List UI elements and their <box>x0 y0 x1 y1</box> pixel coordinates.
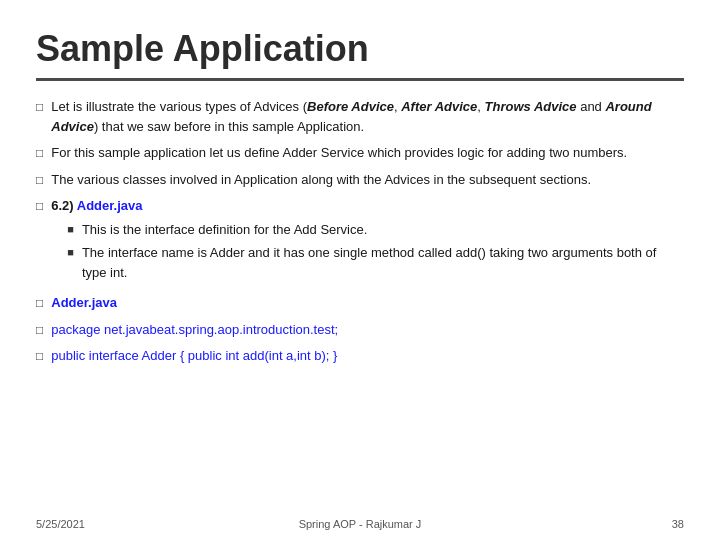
sub-bullet-item: ■ This is the interface definition for t… <box>67 220 684 240</box>
footer-center: Spring AOP - Rajkumar J <box>299 518 422 530</box>
bullet-text: public interface Adder { public int add(… <box>51 346 684 366</box>
bullet-icon: □ <box>36 171 43 189</box>
footer-left: 5/25/2021 <box>36 518 85 530</box>
bullet-icon: □ <box>36 98 43 116</box>
bullet-text: 6.2) Adder.java ■ This is the interface … <box>51 196 684 286</box>
slide-title: Sample Application <box>36 28 684 70</box>
bullet-item: □ Let is illustrate the various types of… <box>36 97 684 136</box>
bullet-item: □ Adder.java <box>36 293 684 313</box>
bullet-text: Adder.java <box>51 293 684 313</box>
bullet-item: □ The various classes involved in Applic… <box>36 170 684 190</box>
bullet-item: □ For this sample application let us def… <box>36 143 684 163</box>
sub-bullet-icon: ■ <box>67 244 74 261</box>
content-area: □ Let is illustrate the various types of… <box>36 97 684 366</box>
bullet-icon: □ <box>36 294 43 312</box>
footer-right: 38 <box>672 518 684 530</box>
sub-bullet-item: ■ The interface name is Adder and it has… <box>67 243 684 282</box>
sub-bullets: ■ This is the interface definition for t… <box>51 220 684 283</box>
bullet-item: □ public interface Adder { public int ad… <box>36 346 684 366</box>
bullet-item: □ 6.2) Adder.java ■ This is the interfac… <box>36 196 684 286</box>
bullet-text: For this sample application let us defin… <box>51 143 684 163</box>
sub-bullet-icon: ■ <box>67 221 74 238</box>
bullet-item: □ package net.javabeat.spring.aop.introd… <box>36 320 684 340</box>
slide: Sample Application □ Let is illustrate t… <box>0 0 720 540</box>
bullet-icon: □ <box>36 144 43 162</box>
sub-bullet-text: This is the interface definition for the… <box>82 220 367 240</box>
bullet-text: Let is illustrate the various types of A… <box>51 97 684 136</box>
sub-bullet-text: The interface name is Adder and it has o… <box>82 243 684 282</box>
bullet-icon: □ <box>36 347 43 365</box>
title-area: Sample Application <box>36 28 684 81</box>
bullet-icon: □ <box>36 321 43 339</box>
bullet-icon: □ <box>36 197 43 215</box>
bullet-text: The various classes involved in Applicat… <box>51 170 684 190</box>
bullet-text: package net.javabeat.spring.aop.introduc… <box>51 320 684 340</box>
